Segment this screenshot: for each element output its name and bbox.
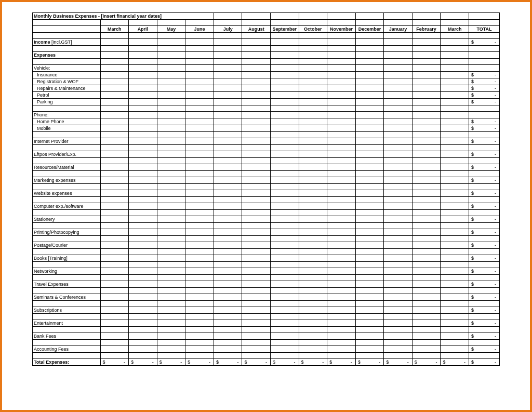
empty-cell: [271, 138, 299, 145]
empty-cell: [384, 340, 413, 346]
empty-cell: [299, 78, 327, 85]
empty-cell: [271, 105, 299, 112]
month-total: $-: [412, 359, 441, 366]
empty-cell: [271, 118, 299, 125]
empty-cell: [327, 288, 356, 294]
empty-cell: [185, 314, 214, 320]
empty-cell: [271, 203, 299, 210]
expense-row: Home Phone$-: [33, 118, 500, 125]
empty-cell: [242, 59, 271, 65]
empty-cell: [242, 118, 271, 125]
empty-cell: [185, 249, 214, 255]
empty-cell: [100, 118, 129, 125]
empty-cell: [129, 72, 157, 78]
empty-cell: [412, 223, 441, 229]
empty-cell: [185, 112, 214, 118]
expense-row: Entertainment$-: [33, 320, 500, 327]
empty-cell: [214, 223, 242, 229]
empty-cell: [271, 223, 299, 229]
expense-total: $-: [469, 281, 499, 288]
empty-cell: [129, 46, 157, 52]
blank-row: [33, 33, 500, 39]
empty-cell: [355, 281, 384, 288]
empty-cell: [355, 125, 384, 132]
empty-cell: [299, 320, 327, 327]
empty-cell: [100, 158, 129, 164]
empty-cell: [469, 145, 499, 151]
empty-cell: [214, 268, 242, 275]
empty-cell: [157, 262, 185, 268]
expense-total: $-: [469, 138, 499, 145]
empty-cell: [185, 20, 214, 26]
empty-cell: [271, 236, 299, 242]
empty-cell: [214, 301, 242, 307]
empty-cell: [271, 242, 299, 249]
empty-cell: [469, 184, 499, 190]
expense-total: $-: [469, 346, 499, 353]
empty-cell: [441, 72, 469, 78]
empty-cell: [327, 262, 356, 268]
expense-row: Books [Training]$-: [33, 255, 500, 262]
empty-cell: [242, 112, 271, 118]
empty-cell: [242, 85, 271, 92]
empty-cell: [33, 20, 101, 26]
expense-row: Registration & WOF$-: [33, 78, 500, 85]
empty-cell: [384, 13, 413, 20]
empty-cell: [100, 33, 129, 39]
empty-cell: [355, 85, 384, 92]
empty-cell: [441, 203, 469, 210]
empty-cell: [412, 353, 441, 359]
empty-cell: [157, 65, 185, 72]
empty-cell: [242, 52, 271, 59]
month-total: $-: [299, 359, 327, 366]
empty-cell: [33, 275, 101, 281]
expense-total: $-: [469, 118, 499, 125]
expense-label: Bank Fees: [33, 333, 101, 340]
empty-cell: [185, 85, 214, 92]
empty-cell: [412, 327, 441, 333]
empty-cell: [100, 99, 129, 105]
empty-cell: [441, 105, 469, 112]
empty-cell: [384, 85, 413, 92]
empty-cell: [242, 92, 271, 99]
empty-cell: [299, 333, 327, 340]
empty-cell: [214, 281, 242, 288]
empty-cell: [242, 229, 271, 236]
empty-cell: [384, 52, 413, 59]
empty-cell: [271, 184, 299, 190]
empty-cell: [214, 33, 242, 39]
empty-cell: [412, 151, 441, 158]
empty-cell: [100, 262, 129, 268]
empty-cell: [299, 33, 327, 39]
empty-cell: [441, 223, 469, 229]
empty-cell: [214, 46, 242, 52]
empty-cell: [299, 105, 327, 112]
month-header: November: [327, 26, 356, 33]
empty-cell: [157, 268, 185, 275]
empty-cell: [271, 132, 299, 138]
expense-total: $-: [469, 203, 499, 210]
empty-cell: [299, 242, 327, 249]
empty-cell: [33, 262, 101, 268]
expense-row: [33, 301, 500, 307]
empty-cell: [299, 249, 327, 255]
empty-cell: [441, 151, 469, 158]
empty-cell: [355, 92, 384, 99]
empty-cell: [299, 145, 327, 151]
empty-cell: [441, 255, 469, 262]
total-expenses-row: Total Expenses:$-$-$-$-$-$-$-$-$-$-$-$-$…: [33, 359, 500, 366]
empty-cell: [327, 39, 356, 46]
empty-cell: [355, 33, 384, 39]
empty-cell: [242, 346, 271, 353]
total-header: TOTAL: [469, 26, 499, 33]
empty-cell: [129, 190, 157, 197]
empty-cell: [327, 346, 356, 353]
empty-cell: [299, 59, 327, 65]
empty-cell: [185, 125, 214, 132]
empty-cell: [129, 39, 157, 46]
empty-cell: [412, 99, 441, 105]
empty-cell: [327, 327, 356, 333]
empty-cell: [185, 229, 214, 236]
expense-row: Website expenses$-: [33, 190, 500, 197]
expense-label: Subscriptions: [33, 307, 101, 314]
